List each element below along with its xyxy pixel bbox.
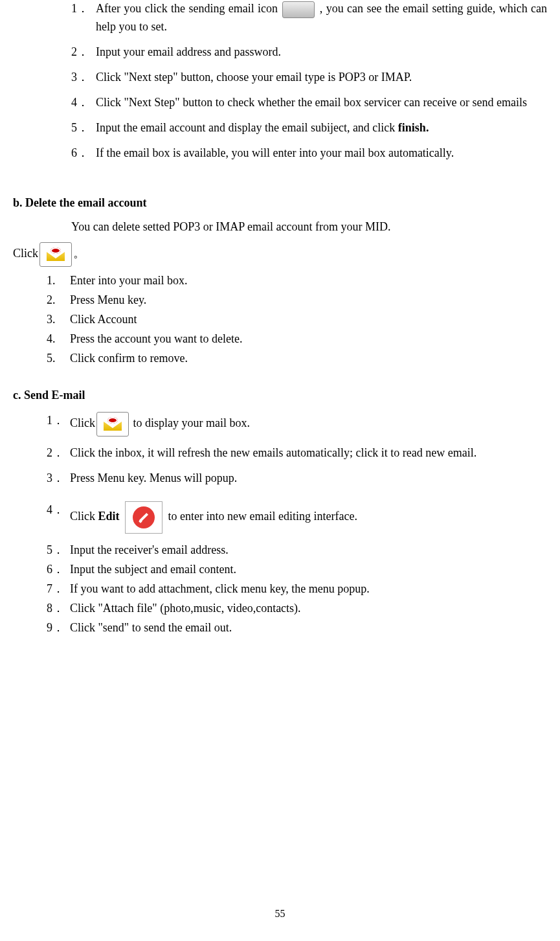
step-3: 3． Click "Next step" button, choose your… xyxy=(71,69,547,86)
send-step-9: 9．Click "send" to send the email out. xyxy=(47,619,547,637)
step-2: 2． Input your email address and password… xyxy=(71,43,547,61)
delete-step-3: 3.Click Account xyxy=(47,311,547,328)
step-number: 1. xyxy=(47,272,56,289)
step-1: 1． After you click the sending email ico… xyxy=(71,0,547,36)
send-email-icon xyxy=(282,1,315,18)
step-number: 4． xyxy=(47,501,64,519)
step-number: 3. xyxy=(47,311,56,328)
send-step-5: 5．Input the receiver's email address. xyxy=(47,541,547,559)
send-step-1: 1． Click@ to display your mail box. xyxy=(47,412,547,436)
step-text: Click "Attach file" (photo,music, video,… xyxy=(70,602,301,615)
email-app-icon: @ xyxy=(96,412,129,436)
step-number: 5． xyxy=(71,119,89,137)
step-6: 6． If the email box is available, you wi… xyxy=(71,144,547,162)
step-number: 3． xyxy=(47,470,64,487)
step-text-post: to enter into new email editing interfac… xyxy=(168,510,357,523)
step-number: 1． xyxy=(71,0,89,17)
step-number: 7． xyxy=(47,580,64,598)
page-number: 55 xyxy=(13,906,547,922)
delete-step-5: 5.Click confirm to remove. xyxy=(47,350,547,367)
step-text: Click "Next step" button, choose your em… xyxy=(96,71,412,84)
section-c-title: c. Send E-mail xyxy=(13,387,547,404)
send-email-steps-list: 1． Click@ to display your mail box. 2． C… xyxy=(13,412,547,637)
section-b-title: b. Delete the email account xyxy=(13,194,547,212)
send-step-4: 4． Click Edit to enter into new email ed… xyxy=(47,501,547,534)
section-b-intro: You can delete setted POP3 or IMAP email… xyxy=(13,218,547,236)
step-number: 4. xyxy=(47,330,56,348)
step-number: 5． xyxy=(47,541,64,559)
step-text: If you want to add attachment, click men… xyxy=(70,582,370,595)
step-text: Press the account you want to delete. xyxy=(70,332,242,345)
step-text: Press Menu key. xyxy=(70,293,146,306)
delete-email-steps-list: 1.Enter into your mail box. 2.Press Menu… xyxy=(13,272,547,367)
step-4: 4． Click "Next Step" button to check whe… xyxy=(71,94,547,111)
step-text-bold: finish. xyxy=(398,121,429,134)
step-number: 6． xyxy=(71,144,89,162)
send-step-6: 6．Input the subject and email content. xyxy=(47,561,547,578)
step-text: If the email box is available, you will … xyxy=(96,146,454,159)
step-text: Click "Next Step" button to check whethe… xyxy=(96,96,527,109)
step-text: Input the receiver's email address. xyxy=(70,543,229,556)
step-text-pre: After you click the sending email icon xyxy=(96,2,281,15)
delete-step-4: 4.Press the account you want to delete. xyxy=(47,330,547,348)
step-number: 8． xyxy=(47,600,64,617)
delete-step-1: 1.Enter into your mail box. xyxy=(47,272,547,289)
click-pre: Click xyxy=(13,247,38,260)
send-step-2: 2． Click the inbox, it will refresh the … xyxy=(47,444,547,462)
email-app-icon: @ xyxy=(39,242,72,267)
step-number: 2． xyxy=(71,43,89,61)
add-email-steps-list: 1． After you click the sending email ico… xyxy=(13,0,547,162)
step-number: 2． xyxy=(47,444,64,462)
send-step-7: 7．If you want to add attachment, click m… xyxy=(47,580,547,598)
step-number: 2. xyxy=(47,291,56,309)
step-number: 4． xyxy=(71,94,89,111)
step-5: 5． Input the email account and display t… xyxy=(71,119,547,137)
step-number: 1． xyxy=(47,412,64,429)
step-text: Press Menu key. Menus will popup. xyxy=(70,471,237,484)
step-number: 3． xyxy=(71,69,89,86)
step-text-pre: Click xyxy=(70,416,95,429)
step-text: Click confirm to remove. xyxy=(70,352,188,365)
step-text: Input your email address and password. xyxy=(96,45,281,58)
send-step-3: 3． Press Menu key. Menus will popup. xyxy=(47,470,547,487)
step-number: 9． xyxy=(47,619,64,637)
step-text: Input the subject and email content. xyxy=(70,563,236,576)
step-text-bold: Edit xyxy=(98,510,120,523)
step-text-post: to display your mail box. xyxy=(130,416,250,429)
step-text: Click Account xyxy=(70,313,137,326)
step-text: Click the inbox, it will refresh the new… xyxy=(70,446,476,459)
step-text: Enter into your mail box. xyxy=(70,274,187,287)
edit-icon xyxy=(125,501,162,534)
click-email-line: Click@。 xyxy=(13,242,547,267)
delete-step-2: 2.Press Menu key. xyxy=(47,291,547,309)
step-text-pre: Click xyxy=(70,510,98,523)
document-page: 1． After you click the sending email ico… xyxy=(13,0,547,941)
step-text-pre: Input the email account and display the … xyxy=(96,121,398,134)
click-post: 。 xyxy=(73,247,85,260)
step-number: 6． xyxy=(47,561,64,578)
step-text: Click "send" to send the email out. xyxy=(70,621,232,634)
step-number: 5. xyxy=(47,350,56,367)
send-step-8: 8．Click "Attach file" (photo,music, vide… xyxy=(47,600,547,617)
